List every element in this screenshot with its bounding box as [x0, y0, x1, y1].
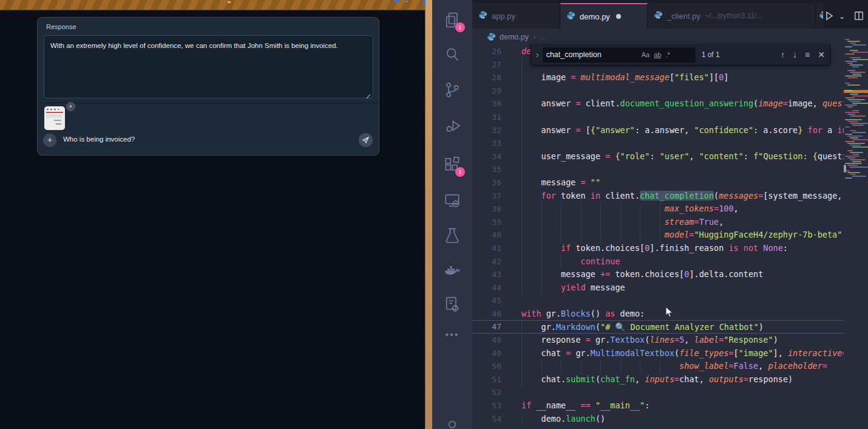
minimap-code-line	[845, 156, 860, 157]
tab-_client.py[interactable]: _client.py~/.../python3.11/...	[648, 3, 815, 29]
explorer-icon[interactable]: 1	[442, 10, 462, 30]
minimap-code-line	[850, 159, 866, 160]
code-line[interactable]: answer = client.document_question_answer…	[472, 97, 844, 111]
find-input-box: Aa ab .*	[543, 47, 696, 63]
find-input[interactable]	[546, 50, 637, 59]
attached-image-thumbnail[interactable]: ×	[44, 106, 65, 130]
code-line[interactable]: chat.submit(chat_fn, inputs=chat, output…	[472, 373, 844, 386]
code-line[interactable]: if token.choices[0].finish_reason is not…	[472, 242, 844, 255]
screen: Response With an extremely high level of…	[0, 0, 868, 429]
minimap-code-line	[850, 64, 863, 66]
breadcrumb-more[interactable]: ...	[540, 33, 546, 41]
code-line[interactable]: continue	[472, 255, 844, 269]
find-previous-icon[interactable]: ↑	[781, 50, 785, 60]
chat-input[interactable]: Who is being invoiced?	[63, 136, 135, 143]
file-gear-icon[interactable]	[442, 295, 462, 314]
response-textarea[interactable]: With an extremely high level of confiden…	[44, 35, 373, 98]
minimap-marker	[844, 165, 846, 173]
minimap-code-line	[850, 50, 858, 51]
minimap-code-line	[845, 119, 862, 120]
code-line[interactable]: show_label=False, placeholder=	[472, 360, 844, 373]
minimap-code-line	[850, 101, 861, 102]
code-line[interactable]: if __name__ == "__main__":	[472, 399, 844, 413]
code-line[interactable]: message += token.choices[0].delta.conten…	[472, 268, 844, 281]
code-line[interactable]	[472, 386, 844, 399]
extensions-badge: 1	[455, 167, 465, 177]
code-line[interactable]: stream=True,	[472, 216, 844, 229]
run-dropdown-chevron-icon[interactable]: ⌄	[839, 12, 845, 21]
breadcrumb-file[interactable]: demo.py	[500, 33, 529, 41]
minimap-code-line	[852, 74, 861, 75]
split-editor-button[interactable]	[853, 10, 864, 21]
match-case-toggle[interactable]: Aa	[642, 51, 649, 58]
minimap-code-line	[852, 59, 868, 60]
code-line[interactable]: model="HuggingFaceH4/zephyr-7b-beta",	[472, 228, 844, 242]
docker-icon[interactable]	[442, 260, 462, 280]
code-line[interactable]: user_message = {"role": "user", "content…	[472, 150, 844, 163]
minimap-code-line	[845, 134, 852, 135]
minimap-code-line	[845, 75, 862, 77]
code-line[interactable]	[472, 294, 844, 307]
code-line[interactable]: gr.Markdown("# 🔍 Document Analyzer Chatb…	[472, 320, 844, 334]
minimap-code-line	[852, 52, 868, 53]
gradio-group: Response With an extremely high level of…	[37, 17, 379, 156]
code-line[interactable]	[472, 111, 844, 124]
add-file-button[interactable]: +	[43, 134, 56, 147]
close-find-icon[interactable]: ✕	[818, 50, 825, 60]
account-icon[interactable]	[442, 418, 462, 429]
tab-demo.py[interactable]: demo.py	[560, 3, 648, 29]
run-python-file-button[interactable]	[823, 10, 835, 22]
source-control-icon[interactable]	[442, 80, 462, 100]
window-top-bar	[0, 0, 425, 10]
code-line[interactable]: message = ""	[472, 176, 844, 190]
send-button[interactable]	[359, 133, 373, 147]
code-line[interactable]	[472, 137, 844, 150]
code-line[interactable]: chat = gr.MultimodalTextbox(file_types=[…	[472, 347, 844, 360]
search-icon[interactable]	[442, 45, 462, 64]
minimap-code-line	[847, 70, 855, 71]
multimodal-textbox: × + Who is being invoiced?	[38, 103, 379, 156]
more-actions-icon[interactable]: •••	[442, 329, 462, 349]
code-line[interactable]: yield message	[472, 281, 844, 295]
code-line[interactable]	[472, 163, 844, 176]
minimap-code-line	[845, 112, 860, 113]
tab-label: _client.py	[667, 12, 700, 21]
tab-partial[interactable]	[815, 3, 823, 29]
find-in-selection-icon[interactable]: ≡	[805, 50, 810, 60]
code-line[interactable]: image = multimodal_message["files"][0]	[472, 71, 844, 84]
code-area[interactable]: def image = multimodal_message["files"][…	[472, 45, 844, 429]
code-line[interactable]	[472, 425, 844, 429]
test-beaker-icon[interactable]	[442, 225, 462, 245]
minimap-code-line	[852, 103, 868, 104]
code-line[interactable]	[472, 84, 844, 98]
whole-word-toggle[interactable]: ab	[654, 51, 661, 58]
toggle-replace-chevron-icon[interactable]: ›	[536, 50, 539, 60]
minimap-code-line	[845, 97, 855, 98]
tab-app.py[interactable]: app.py	[472, 3, 560, 29]
remove-attachment-button[interactable]: ×	[66, 102, 75, 111]
minimap-code-line	[850, 123, 868, 124]
mouse-cursor	[665, 306, 674, 318]
breadcrumb-chevron-icon: ›	[533, 32, 535, 41]
code-line[interactable]: response = gr.Textbox(lines=5, label="Re…	[472, 334, 844, 347]
code-line[interactable]: with gr.Blocks() as demo:	[472, 307, 844, 321]
minimap-code-line	[847, 92, 863, 93]
extensions-icon[interactable]: 1	[442, 155, 462, 174]
run-debug-icon[interactable]	[442, 116, 462, 136]
minimap-code-line	[850, 130, 856, 131]
code-line[interactable]: answer = [{"answer": a.answer, "confiden…	[472, 124, 844, 137]
code-line[interactable]: demo.launch()	[472, 413, 844, 426]
minimap[interactable]	[844, 38, 868, 232]
minimap-code-line	[845, 141, 855, 142]
response-label: Response	[46, 23, 76, 30]
regex-toggle[interactable]: .*	[665, 51, 670, 58]
code-line[interactable]: for token in client.chat_completion(mess…	[472, 190, 844, 203]
minimap-code-line	[845, 105, 857, 106]
minimap-code-line	[845, 61, 857, 62]
code-editor[interactable]: 2627282930313233343536373839404142434445…	[472, 45, 868, 429]
minimap-code-line	[847, 106, 853, 108]
find-next-icon[interactable]: ↓	[793, 50, 797, 60]
remote-explorer-icon[interactable]	[442, 191, 462, 210]
python-file-icon	[566, 11, 575, 22]
code-line[interactable]: max_tokens=100,	[472, 202, 844, 216]
